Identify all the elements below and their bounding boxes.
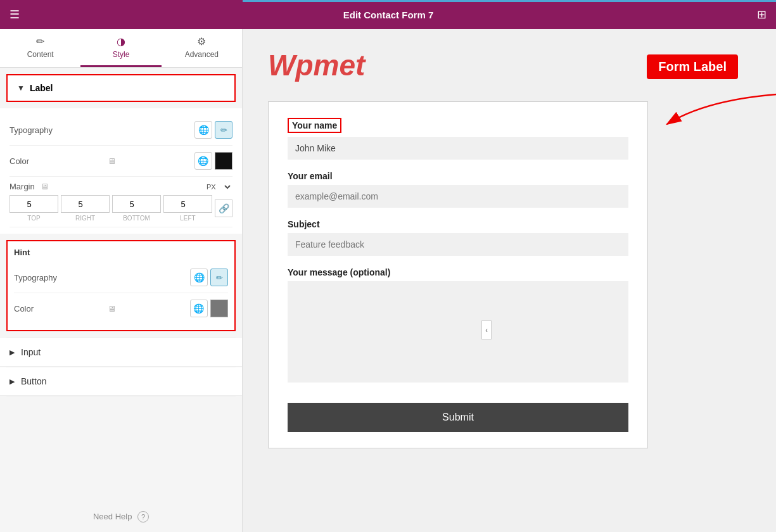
margin-left-input[interactable] <box>163 195 212 213</box>
label-section-title: Label <box>30 83 53 93</box>
page-title: Edit Contact Form 7 <box>343 10 434 20</box>
color-label: Color <box>10 156 29 166</box>
subject-input[interactable] <box>288 233 628 256</box>
hint-color-row: Color 🖥 🌐 <box>14 293 228 324</box>
margin-left-wrap: LEFT <box>163 195 212 222</box>
px-unit-select[interactable]: PX EM REM <box>204 182 232 191</box>
grid-icon[interactable]: ⊞ <box>757 8 766 22</box>
tab-advanced[interactable]: ⚙ Advanced <box>162 29 242 67</box>
message-textarea[interactable] <box>288 281 628 383</box>
margin-label: Margin <box>10 182 35 191</box>
margin-top-wrap: TOP <box>10 195 58 222</box>
left-panel: ✏ Content ◑ Style ⚙ Advanced ▼ Label <box>0 29 243 532</box>
color-monitor-icon: 🖥 <box>108 156 116 166</box>
name-field-group: Your name <box>288 118 628 160</box>
preview-blue-line <box>243 0 776 2</box>
message-label: Your message (optional) <box>288 267 628 277</box>
hint-color-monitor-icon: 🖥 <box>108 304 116 314</box>
color-globe-button[interactable]: 🌐 <box>194 152 212 170</box>
content-icon: ✏ <box>36 35 44 48</box>
input-section[interactable]: ▶ Input <box>0 338 242 367</box>
contact-form: Your name Your email Subject Your messag… <box>268 101 648 448</box>
top-bar: ☰ Edit Contact Form 7 ⊞ <box>0 0 776 29</box>
tab-content-label: Content <box>27 50 54 59</box>
typography-label: Typography <box>10 125 53 135</box>
right-area: Wpmet Form Label 1 2 3 <box>243 29 776 532</box>
margin-monitor-icon: 🖥 <box>41 182 49 191</box>
margin-left-label: LEFT <box>180 215 195 222</box>
need-help-text: Need Help <box>93 512 132 521</box>
email-label: Your email <box>288 171 628 181</box>
main-area: ✏ Content ◑ Style ⚙ Advanced ▼ Label <box>0 29 776 532</box>
button-arrow-icon: ▶ <box>10 377 15 386</box>
tab-advanced-label: Advanced <box>185 50 219 59</box>
hint-typography-globe-button[interactable]: 🌐 <box>190 269 208 286</box>
email-input[interactable] <box>288 185 628 208</box>
hint-color-swatch-button[interactable] <box>210 300 228 317</box>
margin-right-input[interactable] <box>61 195 110 213</box>
name-label: Your name <box>288 118 341 133</box>
margin-right-label: RIGHT <box>75 215 95 222</box>
hint-typography-label: Typography <box>14 273 57 282</box>
button-section[interactable]: ▶ Button <box>0 367 242 396</box>
label-section-header[interactable]: ▼ Label <box>6 74 236 102</box>
advanced-icon: ⚙ <box>197 35 206 48</box>
help-icon[interactable]: ? <box>137 511 149 522</box>
subject-label: Subject <box>288 219 628 229</box>
label-section-body: Typography 🌐 ✏ Color 🖥 🌐 <box>0 108 242 234</box>
typography-globe-button[interactable]: 🌐 <box>194 121 212 139</box>
tabs: ✏ Content ◑ Style ⚙ Advanced <box>0 29 242 68</box>
message-field-group: Your message (optional) <box>288 267 628 385</box>
margin-link-button[interactable]: 🔗 <box>215 200 232 217</box>
hint-section: Hint Typography 🌐 ✏ Color 🖥 🌐 <box>6 240 236 331</box>
margin-label-row: Margin 🖥 PX EM REM <box>10 182 232 191</box>
name-input[interactable] <box>288 137 628 160</box>
need-help-area: Need Help ? <box>0 502 242 532</box>
input-section-title: Input <box>21 347 41 357</box>
color-swatch-button[interactable] <box>215 152 232 170</box>
typography-row: Typography 🌐 ✏ <box>10 115 232 146</box>
style-icon: ◑ <box>117 35 125 48</box>
email-field-group: Your email <box>288 171 628 208</box>
label-arrow-icon: ▼ <box>17 84 25 92</box>
typography-controls: 🌐 ✏ <box>194 121 232 139</box>
submit-button[interactable]: Submit <box>288 403 628 432</box>
hint-color-label: Color <box>14 304 34 314</box>
hint-color-controls: 🌐 <box>190 300 228 317</box>
hint-color-globe-button[interactable]: 🌐 <box>190 300 208 317</box>
form-label-badge: Form Label <box>647 54 738 79</box>
margin-bottom-label: BOTTOM <box>123 215 150 222</box>
divider-3 <box>6 396 236 396</box>
input-arrow-icon: ▶ <box>10 348 15 357</box>
margin-bottom-input[interactable] <box>112 195 161 213</box>
hamburger-icon[interactable]: ☰ <box>10 8 20 22</box>
tab-style-label: Style <box>113 50 130 59</box>
tab-style[interactable]: ◑ Style <box>80 29 161 67</box>
button-section-title: Button <box>21 376 46 386</box>
margin-bottom-wrap: BOTTOM <box>112 195 161 222</box>
hint-typography-controls: 🌐 ✏ <box>190 269 228 286</box>
margin-top-label: TOP <box>27 215 40 222</box>
hint-typography-pencil-button[interactable]: ✏ <box>210 269 228 286</box>
subject-field-group: Subject <box>288 219 628 256</box>
typography-pencil-button[interactable]: ✏ <box>215 121 232 139</box>
margin-inputs: TOP RIGHT BOTTOM LEFT <box>10 195 232 222</box>
margin-right-wrap: RIGHT <box>61 195 110 222</box>
color-controls: 🌐 <box>194 152 232 170</box>
hint-section-title: Hint <box>14 248 228 257</box>
panel-collapse-button[interactable]: ‹ <box>481 320 492 339</box>
hint-typography-row: Typography 🌐 ✏ <box>14 262 228 293</box>
margin-top-input[interactable] <box>10 195 58 213</box>
color-row: Color 🖥 🌐 <box>10 146 232 177</box>
panel-content: ▼ Label Typography 🌐 ✏ Color 🖥 <box>0 68 242 502</box>
tab-content[interactable]: ✏ Content <box>0 29 80 67</box>
margin-row: Margin 🖥 PX EM REM TOP <box>10 177 232 227</box>
